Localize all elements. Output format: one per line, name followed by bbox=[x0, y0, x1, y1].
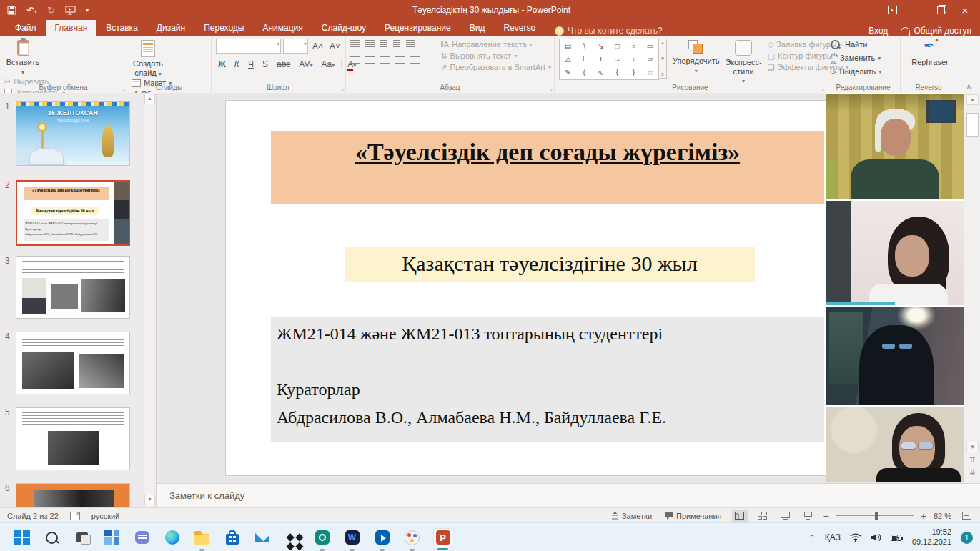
drawing-dialog-launcher-icon[interactable]: ⌟ bbox=[821, 85, 824, 91]
shape-16-icon[interactable]: { bbox=[616, 69, 618, 76]
teams-chat-icon[interactable] bbox=[133, 529, 151, 547]
redo-icon[interactable]: ↻ bbox=[47, 6, 55, 15]
search-icon[interactable] bbox=[43, 529, 61, 547]
paste-button[interactable]: Вставить ▾ bbox=[4, 39, 41, 76]
bullets-icon[interactable] bbox=[350, 40, 360, 47]
language-indicator[interactable]: русский bbox=[91, 512, 119, 520]
tab-вид[interactable]: Вид bbox=[460, 20, 495, 36]
decrease-indent-icon[interactable] bbox=[380, 40, 387, 47]
quick-styles-button[interactable]: Экспресс-стили ▾ bbox=[725, 39, 761, 84]
numbering-icon[interactable] bbox=[365, 40, 375, 47]
tab-рецензирование[interactable]: Рецензирование bbox=[375, 20, 460, 36]
thumb-scroll-up-icon[interactable]: ▲ bbox=[144, 94, 155, 104]
fit-to-window-icon[interactable] bbox=[959, 510, 974, 522]
wifi-icon[interactable] bbox=[850, 533, 861, 542]
shape-13-icon[interactable]: ✎ bbox=[565, 69, 570, 76]
mail-icon[interactable] bbox=[253, 529, 271, 547]
font-size-combo[interactable] bbox=[283, 39, 308, 54]
zoom-out-icon[interactable]: − bbox=[823, 511, 829, 521]
sign-in-button[interactable]: Вход bbox=[868, 26, 888, 36]
tray-overflow-icon[interactable]: ⌃ bbox=[809, 533, 816, 542]
shape-4-icon[interactable]: □ bbox=[615, 42, 619, 50]
normal-view-button[interactable] bbox=[732, 510, 748, 522]
justify-icon[interactable] bbox=[395, 56, 405, 64]
undo-icon[interactable]: ↶▾ bbox=[26, 6, 37, 15]
shape-8-icon[interactable]: Γ bbox=[583, 55, 587, 63]
start-slideshow-icon[interactable] bbox=[65, 6, 76, 15]
shape-11-icon[interactable]: ↓ bbox=[632, 55, 635, 63]
shape-10-icon[interactable]: → bbox=[614, 55, 621, 63]
slide-thumbnail-1[interactable]: 16 ЖЕЛТОҚСАН ТӘУЕЛСІЗДІК КҮНІ bbox=[16, 101, 130, 166]
replace-button[interactable]: abacЗаменить▾ bbox=[831, 51, 881, 65]
restore-icon[interactable] bbox=[930, 2, 951, 18]
shape-1-icon[interactable]: ▤ bbox=[565, 42, 571, 50]
slide-title-box[interactable]: «Тәуелсіздік деп соғады жүрегіміз» bbox=[271, 131, 824, 204]
editor-scrollbar[interactable]: ▲ ▼ ⇈ ⇊ bbox=[964, 93, 980, 483]
spellcheck-icon[interactable] bbox=[70, 512, 80, 520]
zoom-in-icon[interactable]: + bbox=[921, 511, 926, 521]
slideshow-view-button[interactable] bbox=[801, 510, 816, 522]
comments-toggle-button[interactable]: Примечания bbox=[662, 510, 725, 522]
align-center-icon[interactable] bbox=[365, 56, 375, 64]
shrink-font-icon[interactable]: A˅ bbox=[327, 41, 342, 51]
bold-button[interactable]: Ж bbox=[216, 59, 228, 69]
thumb-scroll-down-icon[interactable]: ▼ bbox=[144, 495, 155, 505]
tell-me-box[interactable]: Что вы хотите сделать? bbox=[555, 26, 663, 36]
participant-video-4[interactable] bbox=[826, 407, 964, 482]
find-button[interactable]: Найти bbox=[831, 40, 881, 49]
scroll-up-icon[interactable]: ▲ bbox=[966, 94, 979, 105]
participant-video-3[interactable] bbox=[826, 307, 964, 405]
font-dialog-launcher-icon[interactable]: ⌟ bbox=[341, 85, 344, 91]
increase-indent-icon[interactable] bbox=[393, 40, 400, 47]
font-name-combo[interactable] bbox=[216, 39, 281, 54]
rephraser-button[interactable]: Rephraser bbox=[905, 39, 955, 67]
next-slide-icon[interactable]: ⇊ bbox=[966, 467, 979, 478]
thumbnail-scrollbar[interactable]: ▲ ▼ bbox=[144, 93, 154, 507]
widgets-icon[interactable] bbox=[103, 529, 121, 547]
arrange-button[interactable]: Упорядочить ▾ bbox=[673, 39, 719, 84]
paste-dropdown-icon[interactable]: ▾ bbox=[21, 69, 24, 76]
smartart-button[interactable]: ⇗Преобразовать в SmartArt▾ bbox=[440, 63, 551, 72]
slide-sorter-view-button[interactable] bbox=[755, 510, 771, 522]
previous-slide-icon[interactable]: ⇈ bbox=[966, 455, 979, 465]
customize-qat-icon[interactable]: ▾ bbox=[86, 7, 89, 14]
change-case-button[interactable]: Aa▾ bbox=[319, 59, 337, 69]
zoom-slider[interactable] bbox=[836, 515, 914, 516]
align-left-icon[interactable] bbox=[350, 56, 360, 64]
start-button[interactable] bbox=[13, 529, 31, 547]
paint-icon[interactable] bbox=[403, 529, 421, 547]
scroll-down-icon[interactable]: ▼ bbox=[966, 442, 979, 452]
italic-button[interactable]: К bbox=[232, 59, 242, 69]
microsoft-store-icon[interactable] bbox=[223, 529, 241, 547]
tab-reverso[interactable]: Reverso bbox=[494, 20, 545, 36]
columns-icon[interactable] bbox=[410, 56, 420, 64]
text-shadow-button[interactable]: S bbox=[260, 59, 270, 69]
battery-icon[interactable] bbox=[891, 534, 903, 542]
close-icon[interactable]: × bbox=[954, 2, 976, 18]
zoom-slider-thumb[interactable] bbox=[875, 512, 878, 520]
tab-анимация[interactable]: Анимация bbox=[253, 20, 312, 36]
text-direction-button[interactable]: ‖AНаправление текста▾ bbox=[440, 40, 551, 49]
tab-дизайн[interactable]: Дизайн bbox=[147, 20, 194, 36]
minimize-icon[interactable]: – bbox=[906, 2, 927, 18]
tab-файл[interactable]: Файл bbox=[6, 20, 46, 36]
notification-badge[interactable]: 1 bbox=[961, 532, 973, 544]
language-switcher[interactable]: ҚАЗ bbox=[825, 532, 841, 542]
shape-7-icon[interactable]: △ bbox=[565, 55, 571, 63]
video-conference-app-icon[interactable] bbox=[313, 529, 331, 547]
notes-pane[interactable]: Заметки к слайду bbox=[157, 483, 980, 507]
participant-video-2[interactable] bbox=[826, 201, 964, 305]
slide-thumbnail-5[interactable] bbox=[16, 407, 130, 470]
notes-toggle-button[interactable]: Заметки bbox=[608, 510, 655, 522]
character-spacing-button[interactable]: AV▾ bbox=[297, 59, 315, 69]
shape-17-icon[interactable]: } bbox=[633, 69, 635, 76]
slide-thumbnail-6[interactable] bbox=[16, 483, 130, 507]
save-icon[interactable] bbox=[7, 6, 16, 15]
file-explorer-icon[interactable] bbox=[193, 529, 211, 547]
ribbon-display-options-icon[interactable]: ▴ bbox=[881, 2, 903, 18]
shape-18-icon[interactable]: ☆ bbox=[647, 69, 653, 76]
shape-5-icon[interactable]: ○ bbox=[631, 42, 635, 50]
shape-6-icon[interactable]: ▭ bbox=[647, 42, 653, 50]
task-view-icon[interactable] bbox=[73, 529, 91, 547]
shape-15-icon[interactable]: ∿ bbox=[598, 69, 603, 76]
